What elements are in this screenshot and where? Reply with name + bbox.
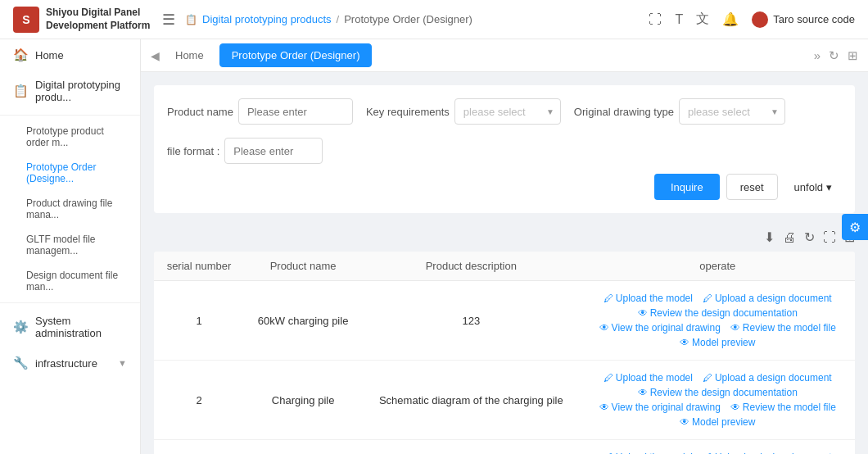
original-drawing-label: Original drawing type [574, 106, 674, 118]
upload-design-doc-link-1[interactable]: 🖊 Upload a design document [703, 293, 832, 304]
upload-design-doc-link-2[interactable]: 🖊 Upload a design document [703, 372, 832, 384]
operate-row-1d: 👁 Model preview [680, 337, 755, 348]
top-header: S Shiyou Digital Panel Development Platf… [0, 0, 868, 39]
sidebar-divider-2 [0, 302, 140, 303]
cell-product-name-3: Test order 1 [244, 440, 362, 455]
eye-icon-1a: 👁 [638, 307, 648, 319]
sidebar-item-home[interactable]: 🏠 Home [0, 39, 140, 70]
original-drawing-select[interactable]: please select [679, 98, 785, 125]
product-name-label: Product name [167, 106, 233, 118]
review-design-doc-link-1[interactable]: 👁 Review the design documentation [638, 307, 798, 319]
unfold-button[interactable]: unfold ▾ [784, 174, 842, 200]
tab-refresh-icon[interactable]: ↻ [829, 48, 839, 63]
filter-key-requirements: Key requirements please select [366, 98, 561, 125]
breadcrumb-link[interactable]: Digital prototyping products [202, 13, 332, 25]
operate-links-1: 🖊 Upload the model 🖊 Upload a design doc… [590, 293, 846, 348]
cell-product-name-2: Charging pile [244, 361, 362, 440]
sidebar-item-infrastructure-label: infrastructure [35, 357, 97, 370]
breadcrumb-current: Prototype Order (Designer) [344, 13, 472, 25]
upload-model-link-2[interactable]: 🖊 Upload the model [604, 372, 693, 384]
review-model-file-link-1[interactable]: 👁 Review the model file [730, 322, 836, 334]
operate-links-2: 🖊 Upload the model 🖊 Upload a design doc… [590, 372, 846, 428]
tab-more-icon[interactable]: » [814, 48, 821, 62]
model-preview-link-1[interactable]: 👁 Model preview [680, 337, 755, 348]
sidebar-item-design-doc[interactable]: Design document file man... [0, 263, 140, 299]
operate-row-1a: 🖊 Upload the model 🖊 Upload a design doc… [604, 293, 832, 304]
download-icon[interactable]: ⬇ [764, 229, 775, 245]
settings-fab[interactable]: ⚙ [842, 214, 868, 240]
table-body: 1 60kW charging pile 123 🖊 Upload the mo… [154, 281, 855, 455]
upload-icon-1: 🖊 [604, 293, 613, 304]
breadcrumb-page-icon: 📋 [185, 14, 197, 25]
font-icon[interactable]: T [675, 12, 683, 27]
fullscreen-icon[interactable]: ⛶ [823, 230, 836, 245]
eye-icon-1c: 👁 [730, 322, 740, 334]
sidebar-item-proto-order[interactable]: Prototype product order m... [0, 119, 140, 155]
sidebar-item-system-admin[interactable]: ⚙️ System administration [0, 306, 140, 347]
sidebar-item-digital[interactable]: 📋 Digital prototyping produ... [0, 70, 140, 111]
key-requirements-select-wrapper: please select [454, 98, 561, 125]
file-format-input[interactable] [224, 138, 323, 164]
filter-product-name: Product name [167, 98, 353, 125]
expand-icon[interactable]: ⛶ [649, 12, 662, 27]
filter-original-drawing: Original drawing type please select [574, 98, 785, 125]
eye-icon-1d: 👁 [680, 337, 689, 348]
tab-grid-icon[interactable]: ⊞ [848, 48, 858, 63]
view-original-drawing-link-2[interactable]: 👁 View the original drawing [599, 402, 721, 413]
operate-row-2b: 👁 Review the design documentation [638, 387, 798, 398]
infrastructure-icon: 🔧 [13, 356, 29, 370]
inquire-button[interactable]: Inquire [654, 174, 720, 200]
product-name-input[interactable] [238, 98, 353, 125]
sidebar-sub-gltf-label: GLTF model file managem... [26, 234, 95, 257]
key-requirements-label: Key requirements [366, 106, 450, 118]
sidebar-item-product-drawing[interactable]: Product drawing file mana... [0, 191, 140, 227]
upload-design-icon-2: 🖊 [703, 372, 712, 384]
cell-product-name-1: 60kW charging pile [244, 281, 362, 361]
original-drawing-select-wrapper: please select [679, 98, 785, 125]
reset-button[interactable]: reset [726, 174, 778, 200]
data-table: serial number Product name Product descr… [154, 252, 855, 454]
key-requirements-select[interactable]: please select [454, 98, 561, 125]
tab-proto-designer[interactable]: Prototype Order (Designer) [219, 43, 373, 67]
table-row: 2 Charging pile Schematic diagram of the… [154, 361, 855, 440]
translate-icon[interactable]: 文 [696, 11, 709, 28]
digital-icon: 📋 [13, 84, 29, 98]
main-layout: 🏠 Home 📋 Digital prototyping produ... Pr… [0, 39, 868, 454]
sidebar-item-proto-designer[interactable]: Prototype Order (Designe... [0, 155, 140, 191]
cell-serial-2: 2 [154, 361, 244, 440]
user-name: Taro source code [773, 13, 855, 25]
cell-product-desc-1: 123 [362, 281, 580, 361]
print-icon[interactable]: 🖨 [783, 230, 796, 245]
filter-file-format: file format : [167, 138, 323, 164]
model-preview-link-2[interactable]: 👁 Model preview [680, 416, 755, 428]
cell-product-desc-3: 1111 [362, 440, 580, 455]
col-product-name: Product name [244, 252, 362, 281]
user-area[interactable]: Taro source code [752, 11, 855, 28]
eye-icon-2a: 👁 [638, 387, 648, 398]
content-area: ◀ Home Prototype Order (Designer) » ↻ ⊞ … [141, 39, 868, 454]
review-design-doc-link-2[interactable]: 👁 Review the design documentation [638, 387, 798, 398]
filter-action-row: Inquire reset unfold ▾ [167, 174, 842, 200]
sidebar-item-home-label: Home [35, 49, 64, 61]
table-header-row: serial number Product name Product descr… [154, 252, 855, 281]
sidebar-item-infrastructure[interactable]: 🔧 infrastructure ▼ [0, 347, 140, 379]
col-product-desc: Product description [362, 252, 580, 281]
view-original-drawing-link-1[interactable]: 👁 View the original drawing [599, 322, 721, 334]
operate-row-1c: 👁 View the original drawing 👁 Review the… [599, 322, 836, 334]
logo-area: S Shiyou Digital Panel Development Platf… [13, 7, 152, 33]
table-row: 3 Test order 1 1111 🖊 Upload the model [154, 440, 855, 455]
header-actions: ⛶ T 文 🔔 Taro source code [649, 11, 855, 28]
sidebar-sub-design-doc-label: Design document file man... [26, 270, 118, 293]
sidebar-divider [0, 115, 140, 116]
upload-model-link-1[interactable]: 🖊 Upload the model [604, 293, 693, 304]
review-model-file-link-2[interactable]: 👁 Review the model file [730, 402, 836, 413]
tab-home[interactable]: Home [163, 43, 216, 67]
breadcrumb: 📋 Digital prototyping products / Prototy… [185, 13, 639, 25]
breadcrumb-separator: / [337, 13, 340, 25]
refresh-icon[interactable]: ↻ [804, 229, 815, 245]
sidebar-item-gltf[interactable]: GLTF model file managem... [0, 227, 140, 263]
bell-icon[interactable]: 🔔 [722, 11, 739, 27]
tab-collapse-icon[interactable]: ◀ [151, 49, 160, 62]
table-header: serial number Product name Product descr… [154, 252, 855, 281]
menu-toggle-icon[interactable]: ☰ [162, 11, 175, 29]
